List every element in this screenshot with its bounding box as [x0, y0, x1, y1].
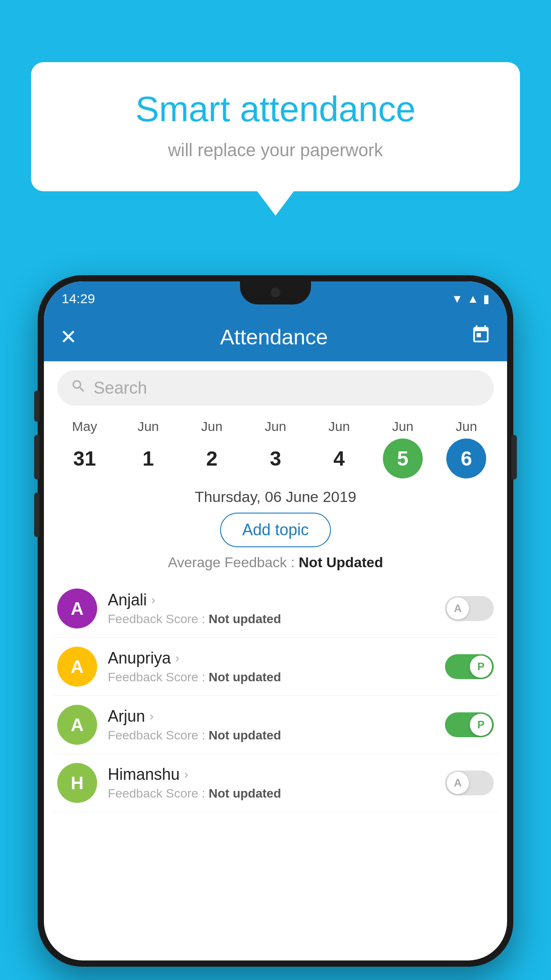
student-item: AArjun›Feedback Score : Not updatedP: [53, 696, 498, 754]
attendance-toggle[interactable]: A: [445, 596, 494, 621]
attendance-toggle[interactable]: A: [445, 771, 494, 795]
student-avatar: A: [57, 589, 97, 628]
phone-frame: 14:29 ▼ ▲ ▮ ✕ Attendance S: [38, 275, 513, 967]
search-icon: [71, 378, 87, 398]
calendar-day-0[interactable]: May31: [56, 419, 114, 478]
cal-month-label: Jun: [265, 419, 286, 434]
student-item: AAnupriya›Feedback Score : Not updatedP: [53, 638, 498, 696]
student-feedback: Feedback Score : Not updated: [108, 612, 445, 626]
side-button-left-3: [34, 493, 39, 537]
wifi-icon: ▼: [452, 292, 463, 306]
battery-icon: ▮: [483, 292, 489, 306]
speech-bubble-container: Smart attendance will replace your paper…: [31, 62, 520, 191]
avg-feedback-value: Not Updated: [299, 554, 383, 570]
speech-bubble-subtitle: will replace your paperwork: [67, 140, 484, 160]
student-item: HHimanshu›Feedback Score : Not updatedA: [53, 754, 498, 812]
calendar-day-4[interactable]: Jun4: [310, 419, 368, 478]
calendar-button[interactable]: [471, 324, 491, 350]
avg-feedback-prefix: Average Feedback :: [168, 554, 299, 570]
status-icons: ▼ ▲ ▮: [452, 292, 489, 306]
cal-month-label: Jun: [201, 419, 222, 434]
search-bar[interactable]: Search: [57, 370, 494, 406]
side-button-left-2: [34, 435, 39, 479]
average-feedback: Average Feedback : Not Updated: [44, 554, 507, 571]
student-info: Anjali›Feedback Score : Not updated: [108, 591, 445, 626]
chevron-right-icon: ›: [175, 651, 179, 665]
add-topic-button[interactable]: Add topic: [220, 513, 331, 547]
cal-date-number[interactable]: 5: [383, 439, 423, 478]
student-name[interactable]: Arjun›: [108, 707, 445, 726]
attendance-toggle[interactable]: P: [445, 712, 494, 737]
toggle-knob: P: [470, 656, 492, 678]
side-button-right: [512, 435, 517, 479]
student-feedback: Feedback Score : Not updated: [108, 728, 445, 743]
phone-notch: [240, 281, 311, 304]
cal-month-label: May: [72, 419, 97, 434]
chevron-right-icon: ›: [184, 767, 188, 782]
student-avatar: A: [57, 647, 97, 687]
toggle-knob: A: [447, 772, 469, 794]
calendar-day-2[interactable]: Jun2: [183, 419, 241, 478]
selected-date-label: Thursday, 06 June 2019: [44, 488, 507, 506]
speech-bubble-title: Smart attendance: [67, 89, 484, 130]
cal-month-label: Jun: [456, 419, 477, 434]
student-info: Himanshu›Feedback Score : Not updated: [108, 765, 445, 801]
speech-bubble: Smart attendance will replace your paper…: [31, 62, 520, 191]
cal-month-label: Jun: [328, 419, 350, 434]
signal-icon: ▲: [467, 292, 479, 306]
cal-date-number[interactable]: 3: [256, 439, 295, 478]
attendance-toggle[interactable]: P: [445, 654, 494, 679]
status-time: 14:29: [62, 291, 95, 306]
student-avatar: H: [57, 763, 97, 803]
student-item: AAnjali›Feedback Score : Not updatedA: [53, 580, 498, 638]
app-bar-title: Attendance: [220, 325, 328, 349]
search-placeholder: Search: [94, 379, 147, 398]
chevron-right-icon: ›: [150, 709, 153, 723]
toggle-knob: P: [470, 714, 492, 736]
cal-date-number[interactable]: 2: [192, 439, 232, 478]
calendar-day-3[interactable]: Jun3: [247, 419, 304, 478]
cal-date-number[interactable]: 1: [128, 439, 168, 478]
app-bar: ✕ Attendance: [44, 312, 507, 361]
calendar-day-6[interactable]: Jun6: [437, 419, 495, 478]
toggle-knob: A: [447, 597, 469, 620]
cal-date-number[interactable]: 31: [65, 439, 105, 478]
student-name[interactable]: Anjali›: [108, 591, 445, 609]
close-button[interactable]: ✕: [60, 325, 77, 349]
cal-month-label: Jun: [392, 419, 413, 434]
chevron-right-icon: ›: [151, 593, 155, 607]
student-info: Anupriya›Feedback Score : Not updated: [108, 649, 445, 684]
student-name[interactable]: Himanshu›: [108, 765, 445, 784]
calendar-day-1[interactable]: Jun1: [119, 419, 177, 478]
student-feedback: Feedback Score : Not updated: [108, 786, 445, 801]
camera-cutout: [271, 288, 280, 297]
calendar-strip: May31Jun1Jun2Jun3Jun4Jun5Jun6: [44, 415, 507, 478]
student-info: Arjun›Feedback Score : Not updated: [108, 707, 445, 743]
cal-month-label: Jun: [138, 419, 159, 434]
side-button-left-1: [34, 391, 39, 422]
calendar-day-5[interactable]: Jun5: [374, 419, 432, 478]
cal-date-number[interactable]: 6: [446, 439, 486, 478]
cal-date-number[interactable]: 4: [319, 439, 359, 478]
phone-screen: 14:29 ▼ ▲ ▮ ✕ Attendance S: [44, 281, 507, 960]
student-list: AAnjali›Feedback Score : Not updatedAAAn…: [44, 580, 507, 812]
student-avatar: A: [57, 705, 97, 745]
student-feedback: Feedback Score : Not updated: [108, 670, 445, 684]
student-name[interactable]: Anupriya›: [108, 649, 445, 668]
